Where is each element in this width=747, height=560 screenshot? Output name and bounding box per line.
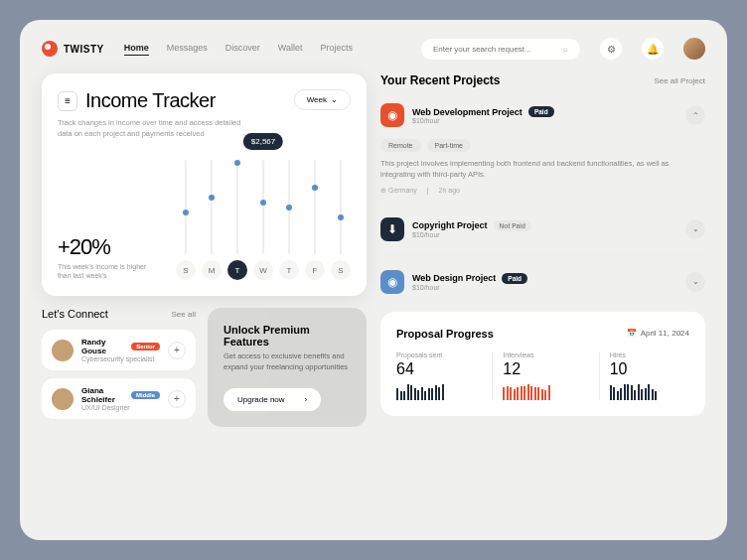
logo-icon (42, 41, 58, 57)
project-meta: ⊕ Germany|2h ago (380, 187, 705, 195)
proposal-stat: Proposals sent 64 (396, 351, 476, 400)
person-avatar (52, 388, 74, 410)
chart-bar-T[interactable]: $2,567 T (227, 160, 247, 280)
chart-dot (338, 214, 344, 220)
brand-text: TWISTY (64, 44, 104, 55)
chart-bar-M[interactable]: M (202, 160, 222, 280)
stat-value: 12 (503, 360, 582, 378)
chart-bar-T[interactable]: T (279, 160, 299, 280)
proposal-stat: Hires 10 (599, 351, 689, 400)
chart-label: S (176, 260, 196, 280)
proposal-card: Proposal Progress 📅 April 11, 2024 Propo… (380, 312, 705, 416)
income-percent-sub: This week's income is higher than last w… (58, 262, 160, 280)
project-name: Copyright ProjectNot Paid (412, 220, 677, 231)
expand-button[interactable]: ⌄ (685, 219, 705, 239)
project-icon: ◉ (380, 103, 404, 127)
proposal-title: Proposal Progress (396, 328, 494, 340)
status-badge: Not Paid (494, 220, 531, 231)
person-card[interactable]: Randy GouseSenior Cybersecurity speciali… (42, 330, 196, 370)
project-icon: ◉ (380, 270, 404, 294)
tag: Part-time (427, 139, 471, 152)
chart-label: T (279, 260, 299, 280)
logo[interactable]: TWISTY (42, 41, 104, 57)
projects-title: Your Recent Projects (380, 73, 500, 87)
add-person-button[interactable]: + (168, 390, 186, 408)
chart-dot (312, 185, 318, 191)
projects-see-all[interactable]: See all Project (654, 76, 705, 85)
stat-sparkline (503, 384, 582, 400)
chart-bar-S[interactable]: S (176, 160, 196, 280)
avatar[interactable] (683, 38, 705, 60)
person-role: UX/UI Designer (81, 404, 160, 411)
chart-bar-S[interactable]: S (331, 160, 351, 280)
project-rate: $10/hour (412, 284, 677, 291)
income-tracker-card: ≡ Income Tracker Week ⌄ Track changes in… (42, 73, 367, 296)
person-name: Randy GouseSenior (81, 338, 160, 355)
search-icon[interactable]: ⌕ (563, 45, 568, 54)
expand-button[interactable]: ⌄ (685, 272, 705, 292)
content: ≡ Income Tracker Week ⌄ Track changes in… (42, 73, 705, 522)
add-person-button[interactable]: + (168, 342, 186, 359)
stat-label: Proposals sent (396, 351, 476, 358)
chart-label: T (227, 260, 247, 280)
project-rate: $10/hour (412, 231, 677, 238)
premium-card: Unlock Premium Features Get access to ex… (208, 308, 367, 427)
search-box[interactable]: ⌕ (421, 39, 580, 60)
person-name: Giana SchleiferMiddle (81, 386, 160, 404)
project-name: Web Development ProjectPaid (412, 106, 677, 117)
nav-discover[interactable]: Discover (225, 43, 260, 56)
level-badge: Senior (131, 343, 160, 350)
chart-bar-W[interactable]: W (253, 160, 273, 280)
project-item: ◉ Web Development ProjectPaid $10/hour ⌃… (380, 97, 705, 204)
stat-value: 64 (396, 360, 476, 378)
nav-messages[interactable]: Messages (167, 43, 208, 56)
chart-bar-F[interactable]: F (305, 160, 325, 280)
nav: HomeMessagesDiscoverWalletProjects (124, 43, 353, 56)
expand-button[interactable]: ⌃ (685, 105, 705, 125)
project-tags: RemotePart-time (380, 139, 705, 152)
nav-home[interactable]: Home (124, 43, 149, 56)
income-chart: S M $2,567 T W T F S (176, 151, 351, 280)
income-icon: ≡ (58, 91, 77, 111)
header: TWISTY HomeMessagesDiscoverWalletProject… (42, 38, 705, 60)
stat-value: 10 (610, 360, 689, 378)
notifications-icon[interactable]: 🔔 (642, 38, 664, 60)
proposal-stat: Interviews 12 (492, 351, 582, 400)
right-column: Your Recent Projects See all Project ◉ W… (380, 73, 705, 522)
search-input[interactable] (433, 45, 557, 54)
person-role: Cybersecurity specialist (81, 355, 160, 362)
tag: Remote (380, 139, 421, 152)
status-badge: Paid (528, 106, 554, 117)
income-subtitle: Track changes in income over time and ac… (58, 118, 256, 139)
nav-projects[interactable]: Projects (321, 43, 354, 56)
chart-tooltip: $2,567 (243, 133, 283, 150)
time-ago: 2h ago (439, 187, 460, 194)
project-description: This project involves implementing both … (380, 158, 705, 181)
project-item: ⬇ Copyright ProjectNot Paid $10/hour ⌄ (380, 211, 705, 256)
stat-sparkline (610, 384, 689, 400)
chart-dot (286, 205, 292, 210)
person-avatar (52, 340, 74, 361)
person-card[interactable]: Giana SchleiferMiddle UX/UI Designer + (42, 378, 196, 419)
proposal-date[interactable]: 📅 April 11, 2024 (627, 329, 689, 338)
income-percent: +20% (58, 234, 160, 260)
settings-icon[interactable]: ⚙ (600, 38, 622, 60)
status-badge: Paid (502, 273, 527, 284)
stat-label: Interviews (503, 351, 582, 358)
chart-label: W (253, 260, 273, 280)
projects-section: Your Recent Projects See all Project ◉ W… (380, 73, 705, 300)
location-icon: ⊕ Germany (380, 187, 417, 195)
project-name: Web Design ProjectPaid (412, 273, 677, 284)
connect-title: Let's Connect (42, 308, 108, 320)
connect-see-all[interactable]: See all (172, 310, 196, 319)
left-column: ≡ Income Tracker Week ⌄ Track changes in… (42, 73, 367, 522)
period-selector[interactable]: Week ⌄ (294, 89, 351, 110)
app-window: TWISTY HomeMessagesDiscoverWalletProject… (20, 20, 727, 540)
chart-dot (260, 200, 266, 206)
project-icon: ⬇ (380, 217, 404, 241)
nav-wallet[interactable]: Wallet (278, 43, 303, 56)
stat-label: Hires (610, 351, 689, 358)
chart-label: F (305, 260, 325, 280)
level-badge: Middle (131, 391, 160, 399)
chart-dot (209, 195, 215, 201)
